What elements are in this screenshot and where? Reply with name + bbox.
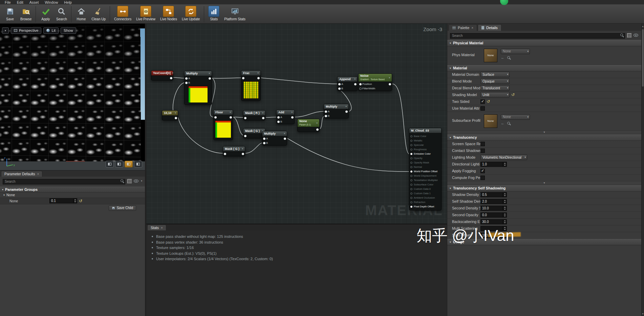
collapse-icon[interactable]: ▾ <box>256 72 259 74</box>
use-selected-icon[interactable]: ← <box>501 121 505 125</box>
collapse-icon[interactable]: ▾ <box>240 148 243 150</box>
tab-parameter-defaults[interactable]: Parameter Defaults × <box>1 171 42 177</box>
node-add[interactable]: Add▾ A B <box>276 110 295 124</box>
node-frac[interactable]: Frac▾ <box>241 70 261 101</box>
details-search-input[interactable] <box>450 33 625 39</box>
node-constant-10-10[interactable]: 10,10▾ <box>162 110 178 120</box>
node-multiply-3[interactable]: Multiply▾ A B <box>324 104 349 118</box>
value-spinbox[interactable]: 0.5 <box>480 192 507 197</box>
pin-a[interactable] <box>185 77 188 80</box>
live-preview-toggle[interactable]: Live Preview <box>134 5 158 21</box>
pin-output[interactable] <box>389 83 391 85</box>
pin-dot[interactable] <box>410 166 412 168</box>
pin-dot[interactable] <box>410 175 412 177</box>
value-spinbox[interactable]: 10.0 <box>480 206 507 211</box>
node-texcoord[interactable]: TexCoord[0]▾ <box>151 70 173 81</box>
collapse-icon[interactable]: ▾ <box>173 112 176 114</box>
section-translucency[interactable]: ▾ Translucency <box>447 134 641 141</box>
collapse-icon[interactable]: ▾ <box>315 122 318 125</box>
collapse-icon[interactable]: ▾ <box>261 112 263 114</box>
eye-filter-icon[interactable] <box>134 179 139 183</box>
perspective-button[interactable]: Perspective <box>11 27 41 34</box>
chevron-down-icon[interactable]: ▾ <box>141 180 142 182</box>
menu-item[interactable]: Asset <box>27 0 42 4</box>
advanced-expander[interactable]: ▾ <box>447 131 641 134</box>
show-menu-button[interactable]: Show <box>61 27 76 34</box>
viewport-options-dropdown[interactable]: ▾ <box>2 27 9 34</box>
node-mask-g-2[interactable]: Mask ( G )▾ <box>223 146 245 156</box>
pin-output[interactable] <box>316 128 319 131</box>
pin-output[interactable] <box>170 77 172 79</box>
subsurface-profile-thumbnail[interactable]: None <box>484 114 497 128</box>
node-append[interactable]: Append▾ A B <box>337 76 358 91</box>
pin-output[interactable] <box>262 117 264 119</box>
phys-material-dropdown[interactable]: None <box>501 49 530 54</box>
shading-model-dropdown[interactable]: Unlit <box>480 92 510 97</box>
pin-b[interactable] <box>277 120 280 123</box>
pin-a[interactable] <box>277 116 280 118</box>
pin-output[interactable] <box>345 110 348 113</box>
pin-dot[interactable] <box>410 162 412 164</box>
viewport-toggle-1-button[interactable] <box>106 161 114 167</box>
pin-b[interactable] <box>263 142 265 144</box>
pin-dot[interactable] <box>410 157 412 159</box>
search-button[interactable]: Search <box>53 5 69 21</box>
pin-filterwidth[interactable] <box>359 87 362 90</box>
value-spinbox[interactable]: 0.0 <box>480 212 507 218</box>
directional-lighting-spinbox[interactable]: 1.0 <box>480 162 507 167</box>
use-selected-icon[interactable]: ← <box>501 55 505 60</box>
close-icon[interactable]: × <box>161 226 163 230</box>
parameter-search-input[interactable] <box>3 179 125 184</box>
grid-view-icon[interactable] <box>127 179 132 183</box>
parameter-group-none[interactable]: ▾ None <box>0 193 145 198</box>
close-icon[interactable]: × <box>37 172 39 176</box>
menu-item[interactable]: Edit <box>14 0 26 4</box>
pin-output[interactable] <box>354 83 357 85</box>
collapse-icon[interactable]: ▾ <box>290 111 293 114</box>
connectors-toggle[interactable]: Connectors <box>112 5 134 21</box>
parameter-value-spinbox[interactable]: 0.1 <box>49 198 77 203</box>
collapse-icon[interactable]: ▾ <box>171 72 173 74</box>
subsurface-profile-dropdown[interactable]: None <box>501 114 530 120</box>
value-spinbox[interactable]: 30.0 <box>480 219 507 224</box>
material-domain-dropdown[interactable]: Surface <box>480 72 510 77</box>
pin-output[interactable] <box>175 117 177 119</box>
phys-material-thumbnail[interactable]: None <box>484 49 497 62</box>
tab-palette[interactable]: Palette × <box>449 24 477 31</box>
pin-dot[interactable] <box>410 197 412 199</box>
pin-dot[interactable] <box>410 171 412 173</box>
scroll-down-icon[interactable]: ▼ <box>642 311 644 316</box>
decal-blend-mode-dropdown[interactable]: Translucent <box>480 85 510 91</box>
browse-button[interactable]: Browse <box>18 5 34 21</box>
pin-output[interactable] <box>284 137 286 140</box>
close-icon[interactable]: × <box>471 26 473 30</box>
pin-dot[interactable] <box>410 140 412 142</box>
save-child-button[interactable]: Save Child <box>109 205 136 211</box>
viewport-toggle-2-button[interactable] <box>115 161 123 167</box>
viewport-toggle-3-button[interactable] <box>125 161 133 167</box>
pin-dot[interactable] <box>410 153 412 155</box>
pin-output[interactable] <box>242 153 244 155</box>
pin-output[interactable] <box>209 77 211 80</box>
pin-b[interactable] <box>338 87 341 90</box>
collapse-icon[interactable]: ▾ <box>344 105 347 108</box>
tab-details[interactable]: Details <box>478 24 501 31</box>
pin-input[interactable] <box>224 153 226 155</box>
menu-item[interactable]: Window <box>42 0 61 4</box>
pin-dot[interactable] <box>410 193 412 195</box>
collapse-icon[interactable]: ▾ <box>282 132 285 135</box>
menu-item[interactable]: File <box>2 0 14 4</box>
pin-dot[interactable] <box>410 188 412 190</box>
pin-dot[interactable] <box>410 184 412 186</box>
details-scrollbar[interactable]: ▲ ▼ <box>641 24 644 316</box>
value-spinbox[interactable]: 2.0 <box>480 199 507 204</box>
reset-to-default-icon[interactable]: ↺ <box>79 199 82 203</box>
node-floor[interactable]: Floor▾ <box>213 110 233 140</box>
compute-fog-checkbox[interactable] <box>480 176 485 180</box>
viewport-toggle-4-button[interactable] <box>134 161 142 167</box>
advanced-expander[interactable]: ▾ <box>447 181 641 185</box>
browse-to-asset-icon[interactable] <box>507 56 510 59</box>
pin-output[interactable] <box>230 116 232 118</box>
pin-dot[interactable] <box>410 206 412 208</box>
save-button[interactable]: Save <box>2 5 18 21</box>
